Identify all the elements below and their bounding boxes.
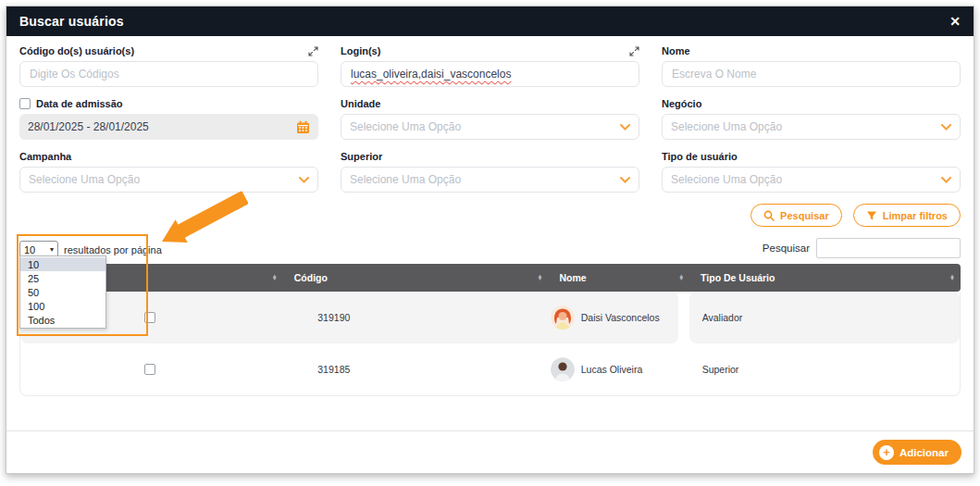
per-page-label: resultados por página	[64, 244, 162, 255]
chevron-down-icon	[299, 177, 309, 183]
campanha-label: Campanha	[19, 151, 71, 162]
column-header-nome[interactable]: Nome ▲▼	[549, 264, 690, 292]
field-nome: Nome	[662, 44, 961, 87]
adicionar-button[interactable]: + Adicionar	[873, 440, 961, 465]
table-search-input[interactable]	[816, 238, 961, 258]
table-header: ▲▼ Código ▲▼ Nome ▲▼ Tipo De Usuário ▲▼	[19, 264, 961, 292]
login-input[interactable]: lucas_oliveira,daisi_vasconcelos	[341, 61, 639, 87]
column-header-tipo[interactable]: Tipo De Usuário ▲▼	[689, 264, 961, 292]
field-codigo: Código do(s) usuário(s)	[19, 44, 318, 87]
superior-label: Superior	[341, 151, 382, 162]
expand-icon[interactable]	[308, 46, 318, 56]
table-row: 319185 Lucas Oliveira Superior	[20, 343, 960, 395]
per-page-option[interactable]: 50	[20, 285, 105, 299]
table-row: 319190 Daisi Vasconcelos Avaliador	[20, 292, 960, 343]
results-section: 10 ▾ resultados por página Pesquisar ▲▼ …	[19, 236, 961, 433]
row-checkbox[interactable]	[144, 312, 155, 323]
spacer	[19, 396, 961, 433]
close-icon[interactable]: ✕	[949, 15, 961, 28]
nome-label: Nome	[662, 45, 690, 56]
date-range-value: 28/01/2025 - 28/01/2025	[28, 120, 149, 133]
tipo-usuario-select-value: Selecione Uma Opção	[671, 173, 782, 186]
sort-icon[interactable]: ▲▼	[949, 275, 955, 281]
field-tipo-usuario: Tipo de usuário Selecione Uma Opção	[662, 149, 961, 193]
chevron-down-icon	[941, 124, 951, 131]
date-range-input[interactable]: 28/01/2025 - 28/01/2025	[19, 114, 318, 140]
pesquisar-button-label: Pesquisar	[780, 210, 829, 221]
negocio-label: Negócio	[662, 98, 701, 109]
superior-select[interactable]: Selecione Uma Opção	[341, 167, 639, 193]
column-header-label: Tipo De Usuário	[701, 272, 775, 283]
column-header-codigo[interactable]: Código ▲▼	[283, 264, 549, 292]
field-login: Login(s) lucas_oliveira,daisi_vasconcelo…	[341, 44, 639, 87]
field-data-admissao: Data de admissão 28/01/2025 - 28/01/2025	[19, 96, 318, 140]
chevron-down-icon: ▾	[50, 245, 54, 254]
per-page-dropdown-list: 10 25 50 100 Todos	[19, 255, 106, 329]
row-codigo: 319185	[279, 343, 539, 395]
login-value: lucas_oliveira,daisi_vasconcelos	[351, 68, 511, 81]
per-page-option[interactable]: 10	[20, 257, 105, 271]
superior-select-value: Selecione Uma Opção	[350, 173, 461, 186]
field-unidade: Unidade Selecione Uma Opção	[341, 96, 639, 140]
tipo-usuario-select[interactable]: Selecione Uma Opção	[662, 167, 961, 193]
filters-form: Código do(s) usuário(s) Login(s) lucas_o…	[19, 44, 961, 193]
per-page-option[interactable]: 100	[20, 299, 105, 313]
table-search-label: Pesquisar	[763, 243, 810, 254]
row-nome: Lucas Oliveira	[581, 364, 643, 375]
filter-icon	[866, 210, 877, 221]
table-search: Pesquisar	[763, 238, 961, 258]
pesquisar-button[interactable]: Pesquisar	[751, 204, 842, 227]
row-checkbox[interactable]	[144, 364, 155, 375]
row-tipo: Avaliador	[689, 292, 960, 343]
modal-title: Buscar usuários	[19, 14, 124, 29]
chevron-down-icon	[941, 177, 951, 183]
limpar-filtros-button-label: Limpar filtros	[883, 210, 948, 221]
column-header-label: Nome	[560, 272, 587, 283]
sort-icon[interactable]: ▲▼	[538, 275, 543, 281]
per-page-option[interactable]: 25	[20, 271, 105, 285]
filter-actions: Pesquisar Limpar filtros	[19, 204, 961, 227]
unidade-select[interactable]: Selecione Uma Opção	[341, 114, 639, 140]
column-header-label: Código	[294, 272, 328, 283]
field-campanha: Campanha Selecione Uma Opção	[19, 149, 318, 193]
buscar-usuarios-modal: Buscar usuários ✕ Código do(s) usuário(s…	[6, 6, 974, 474]
field-superior: Superior Selecione Uma Opção	[341, 149, 639, 193]
negocio-select-value: Selecione Uma Opção	[671, 120, 782, 133]
calendar-icon[interactable]	[296, 120, 310, 134]
codigo-label: Código do(s) usuário(s)	[19, 45, 134, 56]
row-codigo: 319190	[279, 292, 539, 343]
avatar	[551, 357, 575, 381]
login-label: Login(s)	[341, 45, 380, 56]
unidade-label: Unidade	[341, 98, 380, 109]
codigo-input[interactable]	[19, 61, 318, 87]
modal-body: Código do(s) usuário(s) Login(s) lucas_o…	[6, 36, 974, 433]
chevron-down-icon	[620, 177, 630, 183]
per-page-value: 10	[24, 244, 35, 255]
row-tipo: Superior	[689, 343, 960, 395]
adicionar-button-label: Adicionar	[899, 447, 949, 458]
data-admissao-checkbox[interactable]	[19, 98, 31, 109]
avatar	[551, 305, 575, 330]
results-toolbar: 10 ▾ resultados por página Pesquisar	[19, 236, 961, 258]
tipo-usuario-label: Tipo de usuário	[662, 151, 738, 162]
negocio-select[interactable]: Selecione Uma Opção	[662, 114, 961, 140]
unidade-select-value: Selecione Uma Opção	[350, 120, 461, 133]
chevron-down-icon	[620, 124, 630, 131]
modal-footer: + Adicionar	[6, 430, 974, 473]
row-nome: Daisi Vasconcelos	[581, 312, 660, 323]
modal-header: Buscar usuários ✕	[6, 6, 974, 36]
data-admissao-label: Data de admissão	[36, 98, 123, 109]
limpar-filtros-button[interactable]: Limpar filtros	[853, 204, 961, 227]
table-body: 319190 Daisi Vasconcelos Avaliador	[19, 292, 961, 396]
per-page-option[interactable]: Todos	[20, 313, 105, 327]
nome-input[interactable]	[662, 61, 961, 87]
search-icon	[763, 210, 775, 221]
expand-icon[interactable]	[629, 46, 639, 56]
sort-icon[interactable]: ▲▼	[678, 275, 684, 281]
plus-icon: +	[879, 445, 894, 460]
campanha-select-value: Selecione Uma Opção	[29, 173, 140, 186]
sort-icon[interactable]: ▲▼	[272, 275, 278, 281]
campanha-select[interactable]: Selecione Uma Opção	[19, 167, 318, 193]
field-negocio: Negócio Selecione Uma Opção	[662, 96, 961, 140]
